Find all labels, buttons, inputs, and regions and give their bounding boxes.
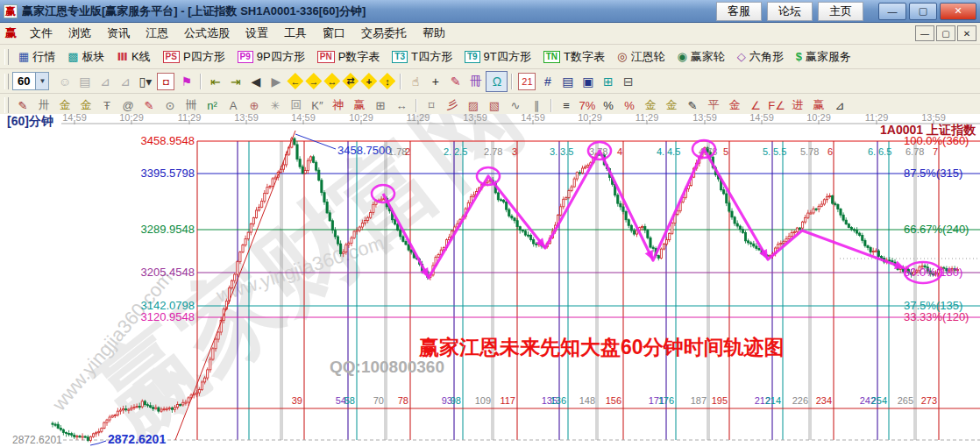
k-mark-icon[interactable]: K″: [307, 96, 328, 115]
pattern-view-icon[interactable]: ☺: [54, 72, 75, 91]
crosshair-icon[interactable]: +: [425, 72, 445, 91]
f-grid-icon[interactable]: Ŧ: [96, 96, 117, 115]
box-grid-icon[interactable]: 回: [286, 96, 307, 115]
star-grid-icon[interactable]: ✳: [265, 96, 286, 115]
multi-angle-icon[interactable]: ⊿: [829, 96, 850, 115]
shen-grid-icon[interactable]: 神: [328, 96, 349, 115]
notepad-icon[interactable]: ▤: [557, 72, 578, 91]
zigzag-line-icon[interactable]: ∿: [505, 96, 526, 115]
chart3-icon[interactable]: ⊿: [95, 72, 115, 91]
menu-item-0[interactable]: 文件: [22, 24, 60, 43]
calendar-icon[interactable]: 21: [518, 73, 536, 90]
save-icon[interactable]: ▣: [578, 72, 598, 91]
diamond-swap-icon[interactable]: ⇄: [342, 73, 359, 89]
quotes-button[interactable]: ▦行情: [12, 48, 61, 66]
circle-cross-icon[interactable]: ⊕: [244, 96, 265, 115]
flag-icon[interactable]: ⚑: [176, 72, 196, 91]
draw-pen-icon[interactable]: ✎: [445, 72, 465, 91]
gann-wheel-button[interactable]: ◎江恩轮: [611, 48, 671, 66]
prev-bar-icon[interactable]: ◀: [245, 72, 266, 91]
mdi-restore-button[interactable]: ▢: [936, 25, 955, 41]
a-line-icon[interactable]: A: [223, 96, 244, 115]
ink-pen-icon[interactable]: ✎: [682, 96, 703, 115]
pct-icon[interactable]: %: [598, 96, 619, 115]
hexagon-button[interactable]: ◇六角形: [731, 48, 790, 66]
menu-item-9[interactable]: 帮助: [415, 24, 453, 43]
menu-item-2[interactable]: 资讯: [99, 24, 138, 43]
hand-tool-icon[interactable]: ☝: [405, 72, 425, 91]
gann-stamp-icon[interactable]: ◘: [157, 73, 174, 90]
mdi-close-button[interactable]: ✕: [957, 25, 976, 41]
gold-angle-icon[interactable]: 金: [724, 96, 745, 115]
spiral-icon[interactable]: @: [117, 96, 138, 115]
pen-tool-icon[interactable]: ✎: [12, 96, 33, 115]
gold-line-icon[interactable]: 金: [661, 96, 682, 115]
grid-tool-icon[interactable]: 卅: [33, 96, 54, 115]
winner-service-button[interactable]: $赢家服务: [790, 48, 857, 66]
mdi-minimize-button[interactable]: —: [915, 25, 934, 41]
print-icon[interactable]: ⊟: [618, 72, 638, 91]
winner-wheel-button[interactable]: ◉赢家轮: [671, 48, 730, 66]
diamond-left-icon[interactable]: ←: [287, 73, 303, 89]
diamond-ud-icon[interactable]: ↕: [379, 73, 395, 89]
home-button[interactable]: 主页: [818, 2, 863, 21]
menu-item-1[interactable]: 浏览: [60, 24, 99, 43]
gold-grid-icon[interactable]: 金: [54, 96, 75, 115]
ruler-123-icon[interactable]: ⊞: [370, 96, 391, 115]
diamond-plus-icon[interactable]: +: [360, 73, 377, 89]
frame-tool-icon[interactable]: 冊: [465, 72, 486, 91]
export-icon[interactable]: ⊞: [598, 72, 618, 91]
f-angle-icon[interactable]: F∠: [766, 96, 787, 115]
rays-icon[interactable]: 彡: [442, 96, 463, 115]
t-square-button[interactable]: T3T四方形: [386, 48, 458, 66]
menu-item-5[interactable]: 设置: [238, 24, 276, 43]
minimize-button[interactable]: —: [878, 3, 906, 20]
diamond-right-icon[interactable]: →: [305, 73, 322, 89]
n-square-icon[interactable]: n²: [202, 96, 223, 115]
report-icon[interactable]: ▤: [75, 72, 95, 91]
forum-button[interactable]: 论坛: [767, 2, 813, 21]
gann-box-icon[interactable]: 平: [703, 96, 724, 115]
maximize-button[interactable]: ▢: [909, 3, 937, 20]
marker-pen-icon[interactable]: ✎: [138, 96, 160, 115]
shade-box-icon[interactable]: ▨: [463, 96, 484, 115]
p9-square-button[interactable]: P99P四方形: [231, 48, 311, 66]
pct-line-icon[interactable]: %: [619, 96, 640, 115]
t9-square-button[interactable]: T99T四方形: [458, 48, 537, 66]
brain-icon[interactable]: Ω: [486, 71, 508, 92]
p-square-button[interactable]: PSP四方形: [157, 48, 231, 66]
close-button[interactable]: ✕: [940, 3, 976, 20]
menu-item-6[interactable]: 工具: [276, 24, 315, 43]
diamond-lr-icon[interactable]: ↔: [323, 73, 340, 89]
menu-item-4[interactable]: 公式选股: [176, 24, 238, 43]
hatch-box-icon[interactable]: ▧: [484, 96, 505, 115]
p-number-button[interactable]: PNP数字表: [311, 48, 387, 66]
chart-canvas[interactable]: 赢家财富网www.yingjia360.comwww.yingjia360.co…: [0, 114, 980, 447]
menu-item-7[interactable]: 窗口: [315, 24, 353, 43]
span-arrow-icon[interactable]: ↔: [391, 96, 412, 115]
first-bar-icon[interactable]: ⇤: [205, 72, 225, 91]
menu-item-8[interactable]: 交易委托: [353, 24, 415, 43]
gold-grid2-icon[interactable]: 金: [75, 96, 96, 115]
ying-angle-icon[interactable]: 赢: [808, 96, 829, 115]
t-number-button[interactable]: TNT数字表: [537, 48, 611, 66]
menu-item-3[interactable]: 江恩: [138, 24, 176, 43]
gann-clock-icon[interactable]: ⊙: [160, 96, 181, 115]
jin-angle-icon[interactable]: 进: [787, 96, 808, 115]
calculator-icon[interactable]: #: [537, 72, 557, 91]
gold-circle-icon[interactable]: 金: [640, 96, 661, 115]
bar-grid-icon[interactable]: 卌: [181, 96, 202, 115]
parallel-lines-icon[interactable]: ∥: [526, 96, 547, 115]
ying-grid-icon[interactable]: 赢: [349, 96, 370, 115]
period-combobox[interactable]: 60 ▼: [12, 72, 49, 90]
customer-service-button[interactable]: 客服: [716, 2, 762, 21]
next-bar-icon[interactable]: ▶: [266, 72, 286, 91]
pct7-icon[interactable]: 7%: [577, 96, 598, 115]
histogram-icon[interactable]: ≡: [556, 96, 577, 115]
last-bar-icon[interactable]: ⇥: [225, 72, 245, 91]
candle-style-icon[interactable]: ▯▾: [135, 72, 155, 91]
j-angle-icon[interactable]: ∠: [745, 96, 766, 115]
sectors-button[interactable]: ▩板块: [61, 48, 110, 66]
kline-button[interactable]: ⅢK线: [111, 48, 157, 66]
chart9-icon[interactable]: ⊿: [115, 72, 135, 91]
